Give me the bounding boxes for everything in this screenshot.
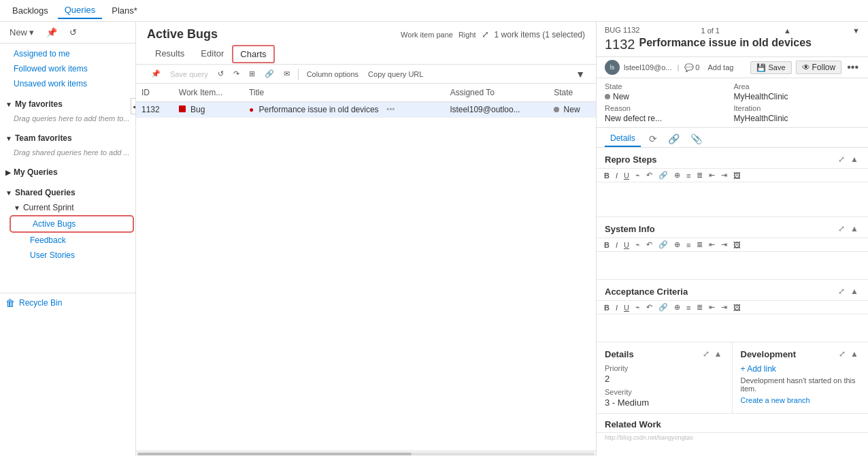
repro-expand-btn[interactable]: ⤢ bbox=[837, 153, 846, 165]
si-rt-ul[interactable]: ≡ bbox=[684, 240, 692, 250]
pin-button[interactable]: 📌 bbox=[42, 26, 61, 39]
detail-tab-details[interactable]: Details bbox=[605, 131, 641, 147]
state-value[interactable]: New bbox=[605, 92, 731, 101]
nav-plans[interactable]: Plans* bbox=[105, 3, 144, 18]
my-queries-header[interactable]: ▶ My Queries bbox=[0, 165, 135, 180]
rt-underline[interactable]: U bbox=[622, 171, 631, 180]
rt-ol[interactable]: ≣ bbox=[695, 170, 705, 180]
si-rt-indent-out[interactable]: ⇤ bbox=[707, 240, 717, 250]
ac-rt-link[interactable]: 🔗 bbox=[656, 302, 670, 312]
my-favorites-header[interactable]: ▼ My favorites bbox=[0, 97, 135, 112]
si-rt-italic[interactable]: I bbox=[614, 240, 620, 250]
rt-indent-out[interactable]: ⇤ bbox=[707, 170, 717, 180]
rt-image[interactable]: 🖼 bbox=[731, 171, 743, 180]
detail-tab-link[interactable]: 🔗 bbox=[665, 131, 682, 147]
email-toolbar-btn[interactable]: ✉ bbox=[280, 67, 294, 80]
ac-collapse-btn[interactable]: ▲ bbox=[849, 285, 860, 297]
details-expand-btn[interactable]: ⤢ bbox=[701, 348, 711, 360]
sidebar-collapse-button[interactable]: ◀ bbox=[131, 98, 136, 114]
sidebar-item-unsaved-work-items[interactable]: Unsaved work items bbox=[0, 76, 135, 91]
sysinfo-expand-btn[interactable]: ⤢ bbox=[837, 223, 846, 235]
ac-rt-italic[interactable]: I bbox=[614, 303, 620, 312]
link-toolbar-btn[interactable]: 🔗 bbox=[261, 67, 278, 80]
ac-rt-indent-out[interactable]: ⇤ bbox=[707, 302, 717, 312]
ac-rt-undo[interactable]: ↶ bbox=[644, 302, 654, 312]
rt-bold[interactable]: B bbox=[602, 171, 612, 180]
avatar[interactable]: ls bbox=[605, 60, 620, 75]
si-rt-strike[interactable]: ⌁ bbox=[633, 240, 642, 250]
ac-rt-ul[interactable]: ≡ bbox=[684, 303, 692, 312]
follow-button[interactable]: 👁 Follow bbox=[796, 61, 842, 74]
nav-backlogs[interactable]: Backlogs bbox=[5, 3, 55, 18]
pin-toolbar-btn[interactable]: 📌 bbox=[147, 67, 165, 80]
more-button[interactable]: ••• bbox=[846, 60, 860, 75]
col-title[interactable]: Title bbox=[244, 84, 445, 102]
shared-queries-header[interactable]: ▼ Shared Queries bbox=[0, 185, 135, 200]
repro-collapse-btn[interactable]: ▲ bbox=[849, 153, 860, 165]
rt-link[interactable]: 🔗 bbox=[656, 170, 670, 180]
sidebar-item-assigned-to-me[interactable]: Assigned to me bbox=[0, 46, 135, 61]
col-state[interactable]: State bbox=[548, 84, 596, 102]
sidebar-item-followed-work-items[interactable]: Followed work items bbox=[0, 61, 135, 76]
table-row[interactable]: 1132 Bug ● Performance issue in old devi… bbox=[136, 102, 596, 118]
rt-italic[interactable]: I bbox=[614, 171, 620, 180]
copy-query-url-btn[interactable]: Copy query URL bbox=[364, 68, 427, 80]
rt-undo[interactable]: ↶ bbox=[644, 170, 654, 180]
col-id[interactable]: ID bbox=[136, 84, 173, 102]
dev-collapse-btn[interactable]: ▲ bbox=[849, 348, 860, 360]
create-branch-link[interactable]: Create a new branch bbox=[741, 396, 810, 404]
column-settings-btn[interactable]: ⊞ bbox=[245, 67, 259, 80]
si-rt-undo[interactable]: ↶ bbox=[644, 240, 654, 250]
ac-rt-bold[interactable]: B bbox=[602, 303, 612, 312]
repro-steps-content[interactable] bbox=[597, 182, 868, 216]
rt-indent-in[interactable]: ⇥ bbox=[719, 170, 729, 180]
acceptance-criteria-content[interactable] bbox=[597, 314, 868, 342]
expand-icon[interactable]: ⤢ bbox=[482, 29, 489, 39]
ac-rt-insert[interactable]: ⊕ bbox=[672, 302, 682, 312]
tab-editor[interactable]: Editor bbox=[193, 44, 232, 64]
current-sprint-header[interactable]: ▼ Current Sprint bbox=[8, 200, 135, 215]
si-rt-indent-in[interactable]: ⇥ bbox=[719, 240, 729, 250]
new-button[interactable]: New ▾ bbox=[5, 26, 38, 39]
dev-expand-btn[interactable]: ⤢ bbox=[837, 348, 847, 360]
rt-insert[interactable]: ⊕ bbox=[672, 170, 682, 180]
area-value[interactable]: MyHealthClinic bbox=[734, 92, 861, 101]
si-rt-bold[interactable]: B bbox=[602, 240, 612, 250]
add-tag-btn[interactable]: Add tag bbox=[703, 62, 737, 73]
filter-btn[interactable]: ▼ bbox=[575, 69, 585, 80]
save-button[interactable]: 💾 Save bbox=[750, 61, 791, 74]
ac-rt-indent-in[interactable]: ⇥ bbox=[719, 302, 729, 312]
sidebar-item-active-bugs[interactable]: Active Bugs bbox=[11, 216, 133, 231]
si-rt-underline[interactable]: U bbox=[622, 240, 631, 250]
ac-rt-strike[interactable]: ⌁ bbox=[633, 302, 642, 312]
sidebar-item-feedback[interactable]: Feedback bbox=[8, 233, 135, 248]
sidebar-item-user-stories[interactable]: User Stories bbox=[8, 248, 135, 263]
refresh-button[interactable]: ↺ bbox=[65, 26, 81, 39]
recycle-bin[interactable]: 🗑 Recycle Bin bbox=[0, 293, 135, 312]
ac-expand-btn[interactable]: ⤢ bbox=[837, 285, 846, 297]
iteration-value[interactable]: MyHealthClinic bbox=[734, 114, 861, 123]
tab-charts[interactable]: Charts bbox=[232, 45, 274, 63]
rt-strike[interactable]: ⌁ bbox=[633, 170, 642, 180]
row-more-btn[interactable]: ••• bbox=[386, 105, 395, 114]
add-link-button[interactable]: + Add link bbox=[741, 364, 776, 374]
team-favorites-header[interactable]: ▼ Team favorites bbox=[0, 131, 135, 146]
si-rt-link[interactable]: 🔗 bbox=[656, 240, 670, 250]
si-rt-ol[interactable]: ≣ bbox=[695, 240, 705, 250]
col-work-item-type[interactable]: Work Item... bbox=[173, 84, 244, 102]
redo-toolbar-btn[interactable]: ↷ bbox=[229, 67, 244, 80]
col-assigned-to[interactable]: Assigned To bbox=[445, 84, 549, 102]
detail-tab-attach[interactable]: 📎 bbox=[688, 131, 705, 147]
horizontal-scrollbar[interactable] bbox=[136, 451, 596, 456]
column-options-btn[interactable]: Column options bbox=[303, 68, 363, 80]
detail-tab-history[interactable]: ⟳ bbox=[646, 131, 660, 147]
rt-ul[interactable]: ≡ bbox=[684, 171, 692, 180]
ac-rt-underline[interactable]: U bbox=[622, 303, 631, 312]
save-query-btn[interactable]: Save query bbox=[166, 68, 212, 80]
next-icon[interactable]: ▼ bbox=[852, 27, 860, 35]
si-rt-insert[interactable]: ⊕ bbox=[672, 240, 682, 250]
sysinfo-collapse-btn[interactable]: ▲ bbox=[849, 223, 860, 235]
reason-value[interactable]: New defect re... bbox=[605, 114, 731, 123]
si-rt-image[interactable]: 🖼 bbox=[731, 240, 743, 250]
prev-icon[interactable]: ▲ bbox=[784, 27, 791, 35]
